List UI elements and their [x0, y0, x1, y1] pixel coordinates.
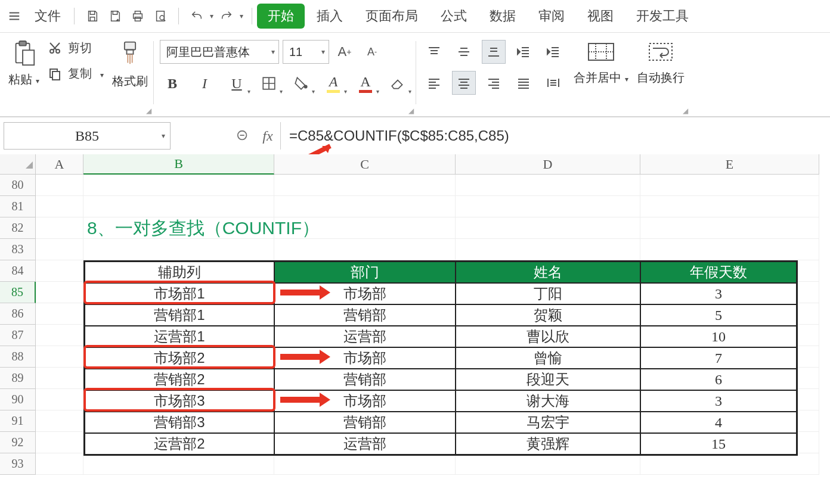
row-head-85[interactable]: 85 — [0, 282, 36, 303]
save-as-icon[interactable] — [106, 7, 125, 26]
cell[interactable] — [456, 453, 640, 475]
table-cell[interactable]: 市场部 — [274, 390, 456, 412]
cell[interactable] — [274, 196, 456, 217]
cell[interactable] — [36, 303, 83, 325]
justify-button[interactable] — [512, 71, 535, 95]
clipboard-launcher[interactable]: ◢ — [146, 107, 151, 115]
alignment-launcher[interactable]: ◢ — [683, 107, 688, 115]
table-cell[interactable]: 丁阳 — [456, 283, 640, 304]
print-preview-icon[interactable] — [151, 7, 170, 26]
print-icon[interactable] — [128, 7, 147, 26]
cell[interactable] — [36, 217, 83, 239]
align-middle-button[interactable] — [452, 40, 476, 64]
table-cell[interactable]: 营销部2 — [85, 369, 274, 390]
fx-cancel-icon[interactable] — [230, 123, 255, 148]
row-head-89[interactable]: 89 — [0, 368, 36, 389]
increase-font-button[interactable]: A+ — [333, 40, 357, 64]
cell[interactable] — [274, 239, 456, 260]
eraser-button[interactable]: ▾ — [385, 71, 410, 96]
cell[interactable] — [83, 196, 274, 217]
table-cell[interactable]: 市场部 — [274, 347, 456, 369]
cell[interactable] — [274, 453, 456, 475]
redo-dropdown[interactable]: ▾ — [240, 12, 243, 20]
col-head-A[interactable]: A — [36, 154, 83, 175]
cell[interactable] — [640, 175, 819, 196]
table-cell[interactable]: 谢大海 — [456, 390, 640, 412]
cell[interactable] — [36, 260, 83, 282]
cell[interactable] — [36, 368, 83, 389]
align-bottom-button[interactable] — [482, 40, 506, 64]
table-cell[interactable]: 运营部 — [274, 326, 456, 347]
table-cell[interactable]: 运营部1 — [85, 326, 274, 347]
formula-bar[interactable]: =C85&COUNTIF($C$85:C85,C85) — [280, 122, 830, 150]
row-head-83[interactable]: 83 — [0, 239, 36, 260]
tab-home[interactable]: 开始 — [257, 4, 305, 29]
underline-button[interactable]: U▾ — [224, 71, 249, 96]
font-size-select[interactable]: 11 ▾ — [283, 40, 329, 64]
format-painter-button[interactable]: 格式刷 — [112, 40, 148, 89]
cell[interactable] — [36, 239, 83, 260]
row-head-80[interactable]: 80 — [0, 175, 36, 196]
cell[interactable] — [83, 239, 274, 260]
paste-dropdown[interactable] — [33, 73, 39, 86]
decrease-indent-button[interactable] — [512, 40, 535, 64]
table-cell[interactable]: 5 — [640, 304, 797, 326]
cell[interactable] — [640, 453, 819, 475]
table-cell[interactable]: 曹以欣 — [456, 326, 640, 347]
cell[interactable] — [456, 175, 640, 196]
cell[interactable] — [36, 410, 83, 432]
tab-developer[interactable]: 开发工具 — [625, 4, 699, 29]
align-left-button[interactable] — [422, 71, 446, 95]
tab-data[interactable]: 数据 — [479, 4, 527, 29]
align-center-button[interactable] — [452, 71, 476, 95]
row-head-86[interactable]: 86 — [0, 303, 36, 325]
italic-button[interactable]: I — [192, 71, 217, 96]
tab-formulas[interactable]: 公式 — [430, 4, 478, 29]
redo-icon[interactable] — [217, 7, 236, 26]
cell[interactable] — [36, 325, 83, 346]
cell[interactable] — [36, 282, 83, 303]
copy-dropdown[interactable] — [98, 67, 104, 80]
menu-file[interactable]: 文件 — [26, 4, 69, 29]
borders-button[interactable]: ▾ — [256, 71, 281, 96]
row-head-81[interactable]: 81 — [0, 196, 36, 217]
table-cell[interactable]: 市场部2 — [85, 347, 274, 369]
merge-center-button[interactable]: 合并居中 — [574, 40, 628, 86]
table-cell[interactable]: 营销部 — [274, 369, 456, 390]
copy-button[interactable]: 复制 — [48, 66, 104, 82]
align-top-button[interactable] — [422, 40, 446, 64]
save-icon[interactable] — [83, 7, 102, 26]
distribute-button[interactable] — [541, 71, 565, 95]
table-cell[interactable]: 6 — [640, 369, 797, 390]
cell[interactable] — [640, 196, 819, 217]
tab-view[interactable]: 视图 — [577, 4, 624, 29]
table-cell[interactable]: 黄强辉 — [456, 433, 640, 455]
bold-button[interactable]: B — [160, 71, 185, 96]
tab-insert[interactable]: 插入 — [306, 4, 354, 29]
merge-dropdown[interactable] — [622, 71, 628, 85]
table-cell[interactable]: 7 — [640, 347, 797, 369]
cell[interactable] — [36, 453, 83, 475]
row-head-91[interactable]: 91 — [0, 410, 36, 432]
col-head-D[interactable]: D — [456, 154, 640, 175]
decrease-font-button[interactable]: A- — [360, 40, 384, 64]
table-cell[interactable]: 市场部1 — [85, 283, 274, 304]
table-cell[interactable]: 曾愉 — [456, 347, 640, 369]
table-cell[interactable]: 3 — [640, 283, 797, 304]
font-color-button[interactable]: A▾ — [353, 71, 378, 96]
undo-dropdown[interactable]: ▾ — [210, 12, 213, 20]
col-head-C[interactable]: C — [274, 154, 456, 175]
tab-layout[interactable]: 页面布局 — [355, 4, 429, 29]
table-cell[interactable]: 营销部3 — [85, 412, 274, 433]
undo-icon[interactable] — [187, 7, 206, 26]
cell[interactable] — [36, 196, 83, 217]
table-cell[interactable]: 营销部1 — [85, 304, 274, 326]
cell[interactable] — [640, 217, 819, 239]
cell[interactable] — [640, 239, 819, 260]
cell[interactable] — [36, 346, 83, 368]
table-cell[interactable]: 运营部2 — [85, 433, 274, 455]
tab-review[interactable]: 审阅 — [528, 4, 575, 29]
paste-button[interactable]: 粘贴 — [8, 40, 39, 88]
cell[interactable] — [456, 239, 640, 260]
table-cell[interactable]: 营销部 — [274, 412, 456, 433]
